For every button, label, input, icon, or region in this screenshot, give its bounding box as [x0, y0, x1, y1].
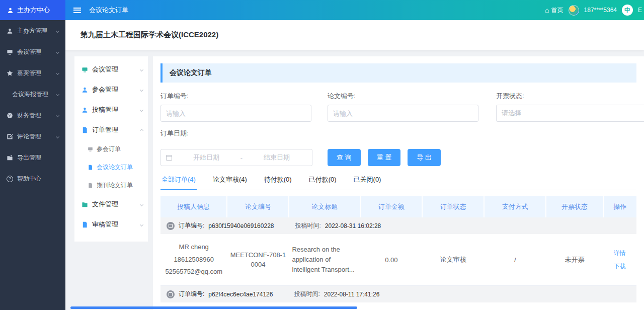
orders-panel: 会议论文订单 订单编号: 论文编号: 开票状态: 请选择 [153, 56, 644, 310]
download-link[interactable]: 下载 [606, 260, 633, 273]
order-icon [167, 290, 175, 298]
sidebar-item-guest-mgmt[interactable]: 嘉宾管理 [0, 62, 65, 84]
order-no-caption: 订单编号: [179, 290, 204, 298]
main-sidebar: 主办方管理 会议管理 嘉宾管理 会议海报管理 财务管理 评论管理 导出管理 ? … [0, 20, 65, 310]
conference-header: 第九届土木工程国际学术会议(ICCE2022) [65, 20, 644, 50]
menu-item-order-mgmt[interactable]: 订单管理 [74, 120, 148, 140]
status-cell: 论文审核 [422, 302, 484, 310]
export-button[interactable]: 导 出 [408, 149, 441, 166]
sidebar-item-organizer-mgmt[interactable]: 主办方管理 [0, 20, 65, 41]
submitter-email: 52565752@qq.com [164, 266, 224, 278]
monitor-icon [82, 66, 88, 73]
phone-number: 187****5364 [584, 7, 617, 14]
sidebar-item-comment-mgmt[interactable]: 评论管理 [0, 126, 65, 147]
amount-cell: 0.00 [360, 302, 422, 310]
chevron-down-icon [140, 202, 143, 206]
menu-item-review-mgmt[interactable]: 审稿管理 [74, 214, 148, 235]
menu-item-submission-mgmt[interactable]: 投稿管理 [74, 100, 148, 120]
topbar-page-title: 会议论文订单 [89, 6, 128, 15]
date-start-placeholder: 开始日期 [176, 153, 236, 162]
submit-time-caption: 投稿时间: [295, 221, 320, 230]
date-range-picker[interactable]: 开始日期 - 结束日期 [160, 149, 312, 166]
tab-paper-review[interactable]: 论文审核(4) [212, 175, 248, 190]
money-icon [7, 112, 13, 119]
chevron-down-icon [140, 108, 143, 111]
reset-button[interactable]: 重 置 [368, 149, 401, 166]
sidebar-item-label: 嘉宾管理 [17, 69, 52, 78]
submit-time-caption: 投稿时间: [294, 290, 319, 298]
main-area: 第九届土木工程国际学术会议(ICCE2022) 会议管理 参会管理 投稿管理 [65, 20, 644, 310]
menu-subitem-attendee-orders[interactable]: 参会订单 [74, 140, 148, 158]
sidebar-item-label: 评论管理 [17, 132, 52, 141]
tab-pending-payment[interactable]: 待付款(0) [263, 175, 293, 190]
menu-item-file-mgmt[interactable]: 文件管理 [74, 194, 148, 214]
user-icon [82, 107, 88, 113]
folder-icon [82, 201, 88, 208]
menu-item-label: 审稿管理 [92, 220, 136, 229]
tab-paid[interactable]: 已付款(0) [308, 175, 338, 190]
sidebar-item-poster-mgmt[interactable]: 会议海报管理 [0, 84, 65, 105]
filter-row: 订单编号: 论文编号: 开票状态: 请选择 [160, 92, 636, 122]
order-icon [167, 222, 175, 230]
orders-table: 投稿人信息 论文编号 论文标题 订单金额 订单状态 支付方式 开票状态 操作 [160, 196, 636, 310]
language-toggle[interactable]: 中 [622, 5, 633, 16]
filter-invoice-status: 开票状态: 请选择 [496, 92, 644, 122]
menu-subitem-journal-paper-orders[interactable]: 期刊论文订单 [74, 176, 148, 194]
submitter-phone: 18612508960 [164, 254, 224, 266]
avatar[interactable] [569, 5, 579, 16]
invoice-status-select[interactable]: 请选择 [496, 105, 644, 122]
col-payment-method: 支付方式 [484, 196, 546, 217]
brand-label: 主办方中心 [17, 6, 50, 15]
menu-subitem-label: 参会订单 [97, 145, 121, 153]
order-no-input[interactable] [160, 105, 311, 122]
tab-closed[interactable]: 已关闭(0) [353, 175, 382, 190]
select-placeholder: 请选择 [502, 109, 521, 118]
order-group-header: 订单编号: p630f15940e069160228 投稿时间: 2022-08… [160, 217, 636, 234]
filter-paper-no: 论文编号: [328, 92, 478, 122]
horizontal-scrollbar-thumb[interactable] [70, 306, 357, 309]
submitter-name: MR cheng [164, 241, 224, 254]
chevron-up-icon [140, 129, 143, 132]
detail-link[interactable]: 详情 [606, 247, 633, 260]
topbar-main: 会议论文订单 ⌂ 首页 187****5364 中 E [65, 0, 644, 20]
submit-time-value: 2022-08-11 17:41:26 [324, 291, 380, 298]
paper-no-input[interactable] [328, 105, 478, 122]
calendar-icon [166, 155, 172, 161]
paper-no-cell: MEETCONF-708-10004 [227, 234, 289, 286]
menu-subitem-label: 会议论文订单 [97, 163, 133, 172]
menu-item-conference-mgmt[interactable]: 会议管理 [74, 59, 148, 80]
menu-item-attendee-mgmt[interactable]: 参会管理 [74, 80, 148, 100]
sidebar-item-export-mgmt[interactable]: 导出管理 [0, 147, 65, 168]
document-icon [88, 183, 93, 188]
search-button[interactable]: 查 询 [328, 149, 361, 166]
brand[interactable]: 主办方中心 [0, 0, 65, 20]
order-date-label: 订单日期: [160, 129, 636, 138]
language-en-label: E [638, 7, 642, 14]
sidebar-item-help-center[interactable]: ? 帮助中心 [0, 168, 65, 189]
col-submitter-info: 投稿人信息 [160, 196, 227, 217]
menu-subitem-label: 期刊论文订单 [97, 181, 133, 190]
chevron-down-icon [140, 222, 143, 226]
sidebar-item-finance-mgmt[interactable]: 财务管理 [0, 105, 65, 126]
user-icon [7, 28, 13, 34]
hamburger-icon[interactable] [73, 8, 81, 13]
sidebar-item-conference-mgmt[interactable]: 会议管理 [0, 41, 65, 62]
chevron-down-icon [56, 92, 59, 96]
col-order-status: 订单状态 [422, 196, 484, 217]
content: 会议管理 参会管理 投稿管理 订单管理 参会订单 [65, 50, 644, 310]
col-paper-title: 论文标题 [289, 196, 360, 217]
star-icon [7, 70, 13, 76]
tab-all-orders[interactable]: 全部订单(4) [160, 175, 197, 190]
col-actions: 操作 [603, 196, 636, 217]
filter-order-date: 订单日期: 开始日期 - 结束日期 查 询 重 置 导 出 [160, 129, 636, 166]
menu-item-label: 订单管理 [92, 125, 136, 134]
home-link[interactable]: ⌂ 首页 [545, 6, 563, 15]
panel-title-band: 会议论文订单 [160, 63, 636, 83]
payment-cell: / [484, 234, 546, 286]
home-icon: ⌂ [545, 7, 549, 14]
menu-item-label: 参会管理 [92, 85, 136, 94]
menu-subitem-conference-paper-orders[interactable]: 会议论文订单 [74, 158, 148, 176]
actions-cell: 详情 下载 [603, 234, 636, 286]
chevron-down-icon [56, 50, 59, 53]
chevron-down-icon [56, 71, 59, 74]
